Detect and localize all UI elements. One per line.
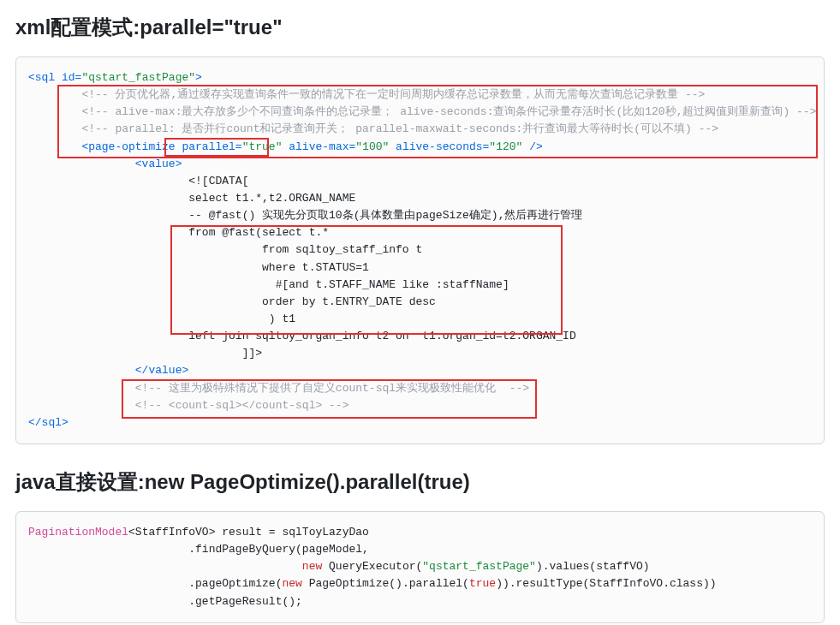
xml-l15: ) t1 — [28, 312, 295, 325]
xml-l10: from @fast(select t.* — [28, 226, 329, 239]
xml-l19: <!-- 这里为极特殊情况下提供了自定义count-sql来实现极致性能优化 -… — [28, 382, 529, 395]
java-l3d: "qstart_fastPage" — [422, 560, 536, 573]
java-code: PaginationModel<StaffInfoVO> result = sq… — [28, 524, 812, 610]
java-l1b: <StaffInfoVO> result = sqlToyLazyDao — [128, 526, 369, 539]
java-code-block: PaginationModel<StaffInfoVO> result = sq… — [15, 511, 825, 623]
xml-l05a: <page-optimize — [28, 140, 176, 153]
xml-l05h: /> — [522, 140, 542, 153]
xml-l07: <![CDATA[ — [28, 175, 248, 188]
xml-l01a: <sql — [28, 71, 55, 84]
xml-l08: select t1.*,t2.ORGAN_NAME — [28, 192, 355, 205]
java-l4b: new — [282, 577, 301, 590]
xml-code-block: <sql id="qstart_fastPage"> <!-- 分页优化器,通过… — [15, 57, 825, 444]
xml-l21: </sql> — [28, 416, 69, 429]
xml-l05c: "true" — [242, 140, 283, 153]
java-l5a: .getPageResult(); — [28, 595, 302, 608]
xml-l06: <value> — [28, 158, 182, 170]
xml-l02: <!-- 分页优化器,通过缓存实现查询条件一致的情况下在一定时间周期内缓存总记录… — [28, 88, 705, 101]
xml-l20: <!-- <count-sql></count-sql> --> — [28, 399, 349, 412]
xml-code: <sql id="qstart_fastPage"> <!-- 分页优化器,通过… — [28, 69, 812, 432]
java-l4c: PageOptimize().parallel( — [302, 577, 469, 590]
xml-l12: where t.STATUS=1 — [28, 261, 369, 274]
xml-l01c: "qstart_fastPage" — [81, 71, 195, 84]
xml-l13: #[and t.STAFF_NAME like :staffName] — [28, 278, 509, 291]
xml-l01d: > — [195, 71, 202, 84]
java-l4a: .pageOptimize( — [28, 577, 282, 590]
java-l3e: ).values(staffVO) — [536, 560, 650, 573]
xml-l01b: id= — [55, 71, 81, 84]
xml-l04: <!-- parallel: 是否并行count和记录查询开关； paralle… — [28, 122, 718, 135]
java-l4e: )).resultType(StaffInfoVO.class)) — [496, 577, 716, 590]
xml-l05e: "100" — [355, 140, 389, 153]
heading-java: java直接设置:new PageOptimize().parallel(tru… — [15, 468, 825, 496]
xml-l14: order by t.ENTRY_DATE desc — [28, 295, 436, 308]
java-l2a: .findPageByQuery(pageModel, — [28, 543, 369, 556]
xml-l05b: parallel= — [176, 140, 242, 153]
xml-l03: <!-- alive-max:最大存放多少个不同查询条件的总记录量； alive… — [28, 105, 816, 118]
xml-l16: left join sqltoy_organ_info t2 on t1.org… — [28, 330, 576, 342]
java-l1a: PaginationModel — [28, 526, 128, 539]
xml-l05f: alive-seconds= — [389, 140, 489, 153]
xml-l18: </value> — [28, 364, 188, 377]
xml-l05d: alive-max= — [282, 140, 355, 153]
java-l3b: new — [302, 560, 322, 573]
xml-l17: ]]> — [28, 347, 262, 360]
java-l4d: true — [469, 577, 496, 590]
xml-l11: from sqltoy_staff_info t — [28, 243, 422, 256]
xml-l09: -- @fast() 实现先分页取10条(具体数量由pageSize确定),然后… — [28, 209, 582, 222]
java-l3a — [28, 560, 302, 573]
java-l3c: QueryExecutor( — [322, 560, 422, 573]
heading-xml: xml配置模式:parallel="true" — [15, 14, 825, 41]
xml-l05g: "120" — [489, 140, 522, 153]
